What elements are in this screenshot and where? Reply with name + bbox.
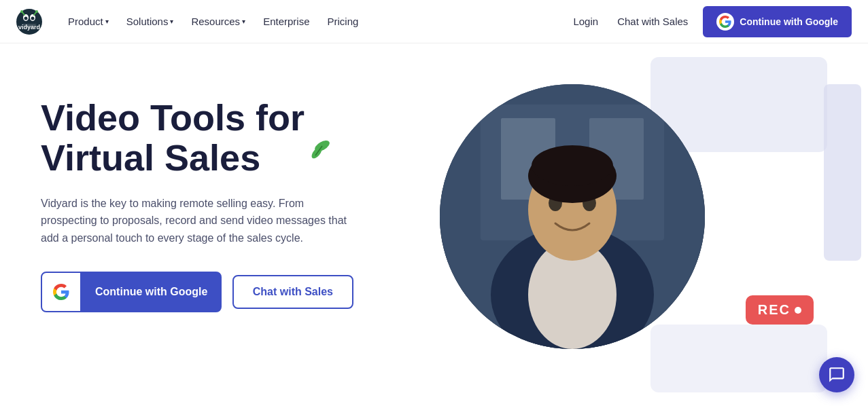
google-icon <box>716 13 734 31</box>
nav-pricing[interactable]: Pricing <box>321 12 366 31</box>
nav-solutions[interactable]: Solutions ▾ <box>120 12 181 31</box>
svg-point-8 <box>35 10 38 13</box>
nav-links: Product ▾ Solutions ▾ Resources ▾ Enterp… <box>61 12 365 31</box>
svg-point-4 <box>31 16 35 20</box>
leaf-decoration <box>303 135 332 166</box>
nav-product[interactable]: Product ▾ <box>61 12 116 31</box>
hero-title: Video Tools for Virtual Sales <box>41 98 305 179</box>
product-chevron-icon: ▾ <box>105 18 109 25</box>
nav-resources[interactable]: Resources ▾ <box>184 12 252 31</box>
solutions-chevron-icon: ▾ <box>170 18 173 25</box>
hero-google-button[interactable]: Continue with Google <box>41 272 222 312</box>
video-circle <box>440 84 705 349</box>
hero-content: Video Tools for Virtual Sales Vidyard is… <box>0 43 381 353</box>
rec-badge: REC <box>746 295 814 325</box>
nav-login-link[interactable]: Login <box>563 12 608 31</box>
google-icon-large <box>42 273 80 311</box>
hero-chat-button[interactable]: Chat with Sales <box>232 275 353 309</box>
rec-dot <box>795 307 801 314</box>
svg-point-0 <box>16 9 42 35</box>
hero-section: Video Tools for Virtual Sales Vidyard is… <box>0 43 868 406</box>
svg-point-24 <box>532 145 613 186</box>
resources-chevron-icon: ▾ <box>242 18 245 25</box>
nav-google-button[interactable]: Continue with Google <box>703 6 852 37</box>
svg-text:vidyard: vidyard <box>18 24 40 31</box>
svg-point-3 <box>24 16 28 20</box>
navbar: vidyard Product ▾ Solutions ▾ Resources … <box>0 0 868 43</box>
nav-enterprise[interactable]: Enterprise <box>256 12 316 31</box>
hero-description: Vidyard is the key to making remote sell… <box>41 195 353 247</box>
chat-widget-button[interactable] <box>819 357 854 392</box>
svg-point-6 <box>20 10 23 13</box>
logo[interactable]: vidyard <box>16 9 42 35</box>
nav-chat-sales-link[interactable]: Chat with Sales <box>608 12 697 31</box>
hero-visual: REC <box>379 43 868 406</box>
person-graphic <box>440 84 705 349</box>
hero-cta-buttons: Continue with Google Chat with Sales <box>41 272 353 312</box>
deco-card-right <box>824 84 861 261</box>
